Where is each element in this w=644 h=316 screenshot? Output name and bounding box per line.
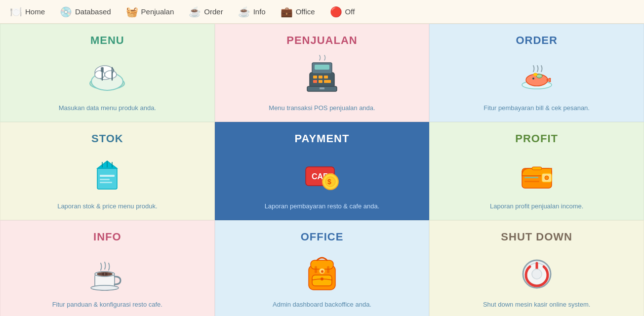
svg-rect-19: [320, 87, 324, 89]
office-icon: 💼: [281, 6, 293, 18]
info-desc: Fitur panduan & konfigurasi resto cafe.: [52, 301, 162, 308]
menu-title: MENU: [90, 34, 124, 47]
nav-order-label: Order: [204, 7, 223, 16]
penjualan-desc: Menu transaksi POS penjualan anda.: [269, 104, 375, 112]
svg-rect-27: [100, 175, 115, 177]
cell-stok[interactable]: STOK Laporan stok & price menu produk.: [0, 122, 215, 220]
penjualan-title: PENJUALAN: [286, 34, 357, 47]
payment-title: PAYMENT: [295, 132, 350, 145]
stok-desc: Laporan stok & price menu produk.: [57, 202, 157, 210]
nav-home[interactable]: 🍽️ Home: [10, 6, 45, 18]
cell-office[interactable]: OFFICE ✱ Ad: [215, 220, 430, 316]
nav-databased-label: Databased: [75, 7, 111, 16]
cell-info[interactable]: INFO Fitur panduan & konfigu: [0, 220, 215, 316]
svg-text:✱: ✱: [321, 270, 324, 274]
info-icon: ☕: [238, 6, 250, 18]
svg-point-60: [532, 269, 542, 279]
home-icon: 🍽️: [10, 6, 22, 18]
svg-rect-29: [100, 182, 112, 183]
nav-off[interactable]: 🔴 Off: [330, 6, 355, 18]
off-icon: 🔴: [330, 6, 342, 18]
svg-point-4: [105, 71, 117, 79]
profit-title: PROFIT: [515, 132, 558, 145]
nav-home-label: Home: [25, 7, 45, 16]
svg-point-52: [321, 277, 323, 280]
svg-text:$: $: [327, 178, 331, 186]
menu-desc: Masukan data menu produk anda.: [59, 104, 156, 112]
payment-desc: Laporan pembayaran resto & cafe anda.: [265, 202, 380, 210]
svg-point-22: [532, 78, 534, 79]
order-icon: ☕: [189, 6, 201, 18]
nav-penjualan[interactable]: 🧺 Penjualan: [126, 6, 174, 18]
profit-icon: [515, 151, 559, 196]
nav-penjualan-label: Penjualan: [141, 7, 174, 16]
info-icon-cell: [85, 249, 129, 294]
databased-icon: 💿: [60, 6, 72, 18]
svg-rect-16: [319, 80, 322, 83]
svg-point-47: [91, 285, 119, 290]
svg-point-40: [545, 176, 549, 180]
cell-shutdown[interactable]: SHUT DOWN Shut down mesin kasir online s…: [429, 220, 644, 316]
office-desc: Admin dashboard backoffice anda.: [273, 301, 371, 308]
order-desc: Fitur pembayaran bill & cek pesanan.: [483, 104, 590, 112]
navbar: 🍽️ Home 💿 Databased 🧺 Penjualan ☕ Order …: [0, 0, 644, 24]
cell-payment[interactable]: PAYMENT CARD $ Laporan pembayaran resto …: [215, 122, 430, 220]
cell-penjualan[interactable]: PENJUALAN: [215, 24, 430, 122]
svg-point-24: [533, 73, 537, 76]
nav-order[interactable]: ☕ Order: [189, 6, 223, 18]
profit-desc: Laporan profit penjualan income.: [490, 202, 583, 210]
shutdown-title: SHUT DOWN: [501, 231, 572, 243]
svg-rect-42: [532, 167, 542, 170]
svg-rect-41: [524, 181, 539, 182]
penjualan-icon: [300, 53, 344, 97]
shutdown-desc: Shut down mesin kasir online system.: [483, 301, 590, 308]
office-icon-cell: ✱: [300, 249, 344, 294]
menu-icon: [85, 53, 129, 97]
svg-rect-43: [524, 177, 538, 178]
main-grid: MENU Masukan data menu produk anda.: [0, 24, 644, 316]
svg-rect-13: [319, 76, 322, 79]
svg-rect-54: [327, 266, 329, 273]
cell-profit[interactable]: PROFIT Laporan profit penjualan income.: [429, 122, 644, 220]
svg-rect-53: [315, 266, 317, 273]
nav-office[interactable]: 💼 Office: [281, 6, 315, 18]
svg-rect-28: [100, 179, 110, 180]
cell-menu[interactable]: MENU Masukan data menu produk anda.: [0, 24, 215, 122]
svg-rect-14: [324, 76, 328, 79]
payment-icon: CARD $: [300, 151, 344, 196]
stok-icon: [85, 151, 129, 196]
order-icon: [515, 53, 559, 97]
info-title: INFO: [93, 231, 121, 243]
shutdown-icon: [515, 249, 559, 294]
nav-info[interactable]: ☕ Info: [238, 6, 266, 18]
office-title: OFFICE: [301, 231, 344, 243]
svg-rect-11: [315, 65, 329, 70]
penjualan-icon: 🧺: [126, 6, 138, 18]
nav-off-label: Off: [345, 7, 355, 16]
cell-order[interactable]: ORDER Fitur pembayaran bill & cek pesana…: [429, 24, 644, 122]
nav-office-label: Office: [296, 7, 315, 16]
svg-rect-15: [313, 80, 317, 83]
svg-rect-17: [324, 80, 331, 83]
nav-databased[interactable]: 💿 Databased: [60, 6, 111, 18]
stok-title: STOK: [91, 132, 123, 145]
svg-rect-12: [313, 76, 317, 79]
order-title: ORDER: [516, 34, 557, 47]
nav-info-label: Info: [253, 7, 266, 16]
